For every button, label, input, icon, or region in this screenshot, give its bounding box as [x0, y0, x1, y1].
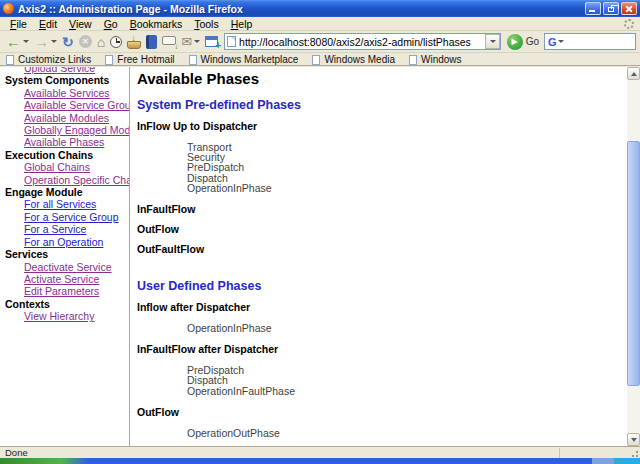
sidebar-heading-system-components: System Components [5, 74, 129, 86]
go-arrow-icon: ▶ [512, 37, 518, 46]
phase-item: OperationInFaultPhase [187, 386, 627, 396]
menu-tools[interactable]: Tools [188, 18, 225, 30]
message-bubble-icon [162, 36, 176, 45]
bookmark-page-icon [312, 55, 320, 65]
bookmark-page-icon [189, 55, 197, 65]
stop-button[interactable]: ✕ [77, 32, 94, 52]
sidebar-link-for-all-services[interactable]: For all Services [24, 198, 129, 210]
bookmark-windows-media[interactable]: Windows Media [312, 54, 395, 65]
group-title-outflow: OutFlow [137, 223, 627, 235]
taskbar-segment [592, 458, 614, 464]
phase-item: PreDispatch [187, 162, 627, 172]
home-button[interactable]: ⌂ [95, 32, 107, 52]
sidebar-link-available-services[interactable]: Available Services [24, 87, 129, 99]
scrollbar-thumb[interactable] [627, 141, 640, 386]
vertical-scrollbar[interactable] [627, 67, 640, 446]
forward-dropdown-icon[interactable] [51, 40, 57, 43]
sidebar-link-deactivate-service[interactable]: Deactivate Service [24, 261, 129, 273]
downloads-icon [127, 41, 141, 49]
bookmark-page-icon [105, 55, 113, 65]
sidebar-heading-contexts: Contexts [5, 298, 129, 310]
phase-item: OperationOutPhase [187, 428, 627, 438]
sidebar-link-available-phases[interactable]: Available Phases [24, 136, 129, 148]
home-icon: ⌂ [97, 34, 105, 50]
url-input[interactable] [236, 35, 485, 49]
sidebar-link-global-chains[interactable]: Global Chains [24, 161, 129, 173]
bookmarks-book-icon [146, 35, 157, 49]
group-title-outflow-user: OutFlow [137, 406, 627, 418]
menu-go[interactable]: Go [98, 18, 124, 30]
minimize-button[interactable] [585, 2, 601, 15]
site-page-icon [227, 36, 236, 47]
bookmark-windows-marketplace[interactable]: Windows Marketplace [189, 54, 299, 65]
minimize-icon [589, 10, 595, 12]
group-title-outfaultflow: OutFaultFlow [137, 243, 627, 255]
menu-bookmarks[interactable]: Bookmarks [124, 18, 189, 30]
back-button[interactable]: ← [4, 32, 31, 52]
menu-bar: File Edit View Go Bookmarks Tools Help [0, 17, 640, 31]
throbber-icon [624, 19, 634, 29]
start-button[interactable] [0, 458, 88, 464]
menu-view[interactable]: View [63, 18, 98, 30]
title-bar[interactable]: Axis2 :: Administration Page - Mozilla F… [0, 0, 640, 17]
sidebar-link-for-an-operation[interactable]: For an Operation [24, 236, 129, 248]
navigation-toolbar: ← → ↻ ✕ ⌂ ✉ [0, 31, 640, 53]
page-title: Available Phases [137, 70, 627, 87]
restore-button[interactable] [603, 2, 619, 15]
sidebar-link-view-hierarchy[interactable]: View Hierarchy [24, 310, 129, 322]
scroll-up-button[interactable] [627, 67, 640, 80]
url-dropdown-button[interactable] [485, 34, 500, 49]
sidebar-heading-execution-chains: Execution Chains [5, 149, 129, 161]
phase-list: Transport Security PreDispatch Dispatch … [187, 142, 627, 193]
group-title-infaultflow-after-dispatcher: InFaultFlow after Dispatcher [137, 343, 627, 355]
sidebar-link-for-a-service-group[interactable]: For a Service Group [24, 211, 129, 223]
sidebar-link-operation-specific-chains[interactable]: Operation Specific Chains [24, 174, 129, 186]
bookmark-page-icon [6, 55, 14, 65]
bookmark-customize-links[interactable]: Customize Links [6, 54, 91, 65]
resize-grip[interactable] [629, 448, 639, 458]
phase-list: OperationOutPhase [187, 428, 627, 438]
sidebar-link-upload-service[interactable]: Upload Service [24, 67, 129, 74]
menu-help[interactable]: Help [225, 18, 259, 30]
sidebar-link-for-a-service[interactable]: For a Service [24, 223, 129, 235]
scroll-down-icon [631, 438, 637, 442]
downloads-button[interactable] [125, 32, 143, 52]
sidebar-link-edit-parameters[interactable]: Edit Parameters [24, 285, 129, 297]
sidebar-heading-services: Services [5, 248, 129, 260]
new-window-button[interactable] [203, 32, 220, 52]
scroll-up-icon [631, 72, 637, 76]
bookmarks-button[interactable] [144, 32, 159, 52]
bookmark-windows[interactable]: Windows [409, 54, 462, 65]
sidebar-link-available-service-groups[interactable]: Available Service Groups [24, 99, 129, 111]
sidebar-link-globally-engaged-modules[interactable]: Globally Engaged Modules [24, 124, 129, 136]
menu-file[interactable]: File [4, 18, 33, 30]
group-title-inflow-up-to-dispatcher: InFlow Up to Dispatcher [137, 120, 627, 132]
back-dropdown-icon[interactable] [23, 40, 29, 43]
forward-button[interactable]: → [32, 32, 59, 52]
firefox-icon [3, 3, 14, 14]
bookmark-free-hotmail[interactable]: Free Hotmail [105, 54, 174, 65]
url-dropdown-icon [490, 40, 496, 43]
sidebar-heading-engage-module: Engage Module [5, 186, 129, 198]
search-box: G [544, 33, 636, 50]
menu-edit[interactable]: Edit [33, 18, 63, 30]
reload-button[interactable]: ↻ [60, 32, 76, 52]
mail-button[interactable]: ✉ [179, 32, 202, 52]
search-input[interactable] [564, 35, 635, 48]
scroll-down-button[interactable] [627, 433, 640, 446]
phase-item: Transport [187, 142, 627, 152]
section-heading-user-defined: User Defined Phases [137, 279, 627, 293]
go-label: Go [526, 36, 539, 47]
section-heading-system-predefined: System Pre-defined Phases [137, 98, 627, 112]
close-button[interactable] [621, 2, 637, 15]
main-content: Available Phases System Pre-defined Phas… [131, 67, 627, 446]
mail-dropdown-icon[interactable] [194, 40, 200, 43]
phase-item: OperationInPhase [187, 183, 627, 193]
back-icon: ← [6, 35, 21, 49]
history-button[interactable] [108, 32, 124, 52]
go-button[interactable]: ▶ [507, 34, 523, 50]
phase-list: PreDispatch Dispatch OperationInFaultPha… [187, 365, 627, 396]
sidebar-link-available-modules[interactable]: Available Modules [24, 112, 129, 124]
sidebar-link-activate-service[interactable]: Activate Service [24, 273, 129, 285]
message-button[interactable] [160, 32, 178, 52]
